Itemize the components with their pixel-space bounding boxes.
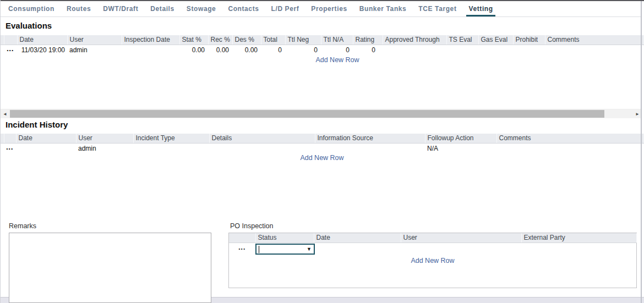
col-header-rating[interactable]: Rating: [353, 35, 383, 45]
cell-total: 0: [261, 45, 285, 56]
cell-details: [209, 143, 315, 154]
cell-rating: 0: [353, 45, 383, 56]
scroll-left-arrow-icon[interactable]: ◄: [1, 109, 9, 118]
remarks-textarea[interactable]: [9, 233, 211, 303]
col-header-date[interactable]: Date: [314, 233, 401, 243]
row-menu-icon[interactable]: •••: [229, 246, 255, 251]
status-dropdown[interactable]: ▼: [255, 244, 315, 255]
cell-information-source: [315, 143, 425, 154]
tab-consumption[interactable]: Consumption: [2, 1, 61, 16]
window-right-border: [641, 1, 642, 303]
evaluations-table-row: ••• 11/03/20 19:00 admin 0.00 0.00 0.00 …: [1, 45, 643, 56]
cell-stat-pct: 0.00: [179, 45, 208, 56]
col-header-date[interactable]: Date: [16, 134, 76, 143]
horizontal-scrollbar[interactable]: ◄ ►: [1, 109, 642, 118]
incident-table-row: ••• admin N/A: [1, 143, 643, 154]
col-header-inspection-date[interactable]: Inspection Date: [122, 35, 179, 45]
evaluations-header-row: Date User Inspection Date Stat % Rec % D…: [1, 35, 643, 45]
tab-tce-target[interactable]: TCE Target: [412, 1, 462, 16]
evaluations-grid: Date User Inspection Date Stat % Rec % D…: [1, 35, 644, 56]
tab-vetting-label: Vetting: [468, 5, 493, 13]
cell-ttl-na: 0: [321, 45, 353, 56]
col-header-details[interactable]: Details: [209, 134, 315, 143]
tab-routes[interactable]: Routes: [61, 1, 97, 16]
col-header-approved-through[interactable]: Approved Through: [383, 35, 446, 45]
text-cursor: [259, 246, 259, 253]
col-header-gas-eval[interactable]: Gas Eval: [478, 35, 513, 45]
col-header-prohibit[interactable]: Prohibit: [513, 35, 545, 45]
cell-gas-eval: [478, 45, 513, 56]
col-header-rowmenu: [4, 35, 17, 45]
cell-comments: [496, 143, 643, 154]
col-header-comments[interactable]: Comments: [545, 35, 643, 45]
po-inspection-grid: Status Date User External Party ••• ▼ Ad…: [228, 233, 637, 288]
tab-ld-perf[interactable]: L/D Perf: [265, 1, 305, 16]
tab-properties[interactable]: Properties: [305, 1, 353, 16]
window-top-border: [0, 0, 644, 1]
tab-bunker-tanks[interactable]: Bunker Tanks: [353, 1, 413, 16]
incident-add-new-row-link[interactable]: Add New Row: [1, 154, 643, 162]
evaluations-add-new-row-link[interactable]: Add New Row: [31, 56, 644, 64]
evaluations-section-title: Evaluations: [6, 21, 52, 30]
col-header-des-pct[interactable]: Des %: [232, 35, 261, 45]
incident-history-section-title: Incident History: [6, 120, 68, 129]
cell-date: [16, 143, 76, 154]
po-header-row: Status Date User External Party: [229, 233, 636, 243]
col-header-ttl-neg[interactable]: Ttl Neg: [285, 35, 321, 45]
incident-history-grid: Date User Incident Type Details Informat…: [1, 134, 644, 154]
col-header-information-source[interactable]: Information Source: [315, 134, 425, 143]
cell-user: admin: [76, 143, 133, 154]
col-header-comments[interactable]: Comments: [496, 134, 643, 143]
cell-comments: [545, 45, 643, 56]
cell-incident-type: [133, 143, 209, 154]
cell-user: admin: [67, 45, 122, 56]
cell-des-pct: 0.00: [232, 45, 261, 56]
col-header-user[interactable]: User: [67, 35, 122, 45]
tab-stowage[interactable]: Stowage: [181, 1, 222, 16]
col-header-total[interactable]: Total: [261, 35, 285, 45]
remarks-label: Remarks: [9, 222, 36, 230]
col-header-date[interactable]: Date: [17, 35, 67, 45]
tab-contacts[interactable]: Contacts: [222, 1, 265, 16]
col-header-incident-type[interactable]: Incident Type: [133, 134, 209, 143]
col-header-rowmenu: [4, 134, 16, 143]
po-add-new-row-link[interactable]: Add New Row: [229, 257, 636, 265]
cell-rec-pct: 0.00: [208, 45, 232, 56]
col-header-user[interactable]: User: [76, 134, 133, 143]
col-header-rec-pct[interactable]: Rec %: [208, 35, 232, 45]
col-header-status[interactable]: Status: [255, 233, 314, 243]
col-header-ttl-na[interactable]: Ttl N/A: [321, 35, 353, 45]
row-menu-icon[interactable]: •••: [4, 143, 16, 154]
cell-date: 11/03/20 19:00: [17, 45, 67, 56]
cell-prohibit: [513, 45, 545, 56]
col-header-stat-pct[interactable]: Stat %: [179, 35, 208, 45]
col-header-external-party[interactable]: External Party: [521, 233, 636, 243]
incident-header-row: Date User Incident Type Details Informat…: [1, 134, 643, 143]
tab-dwt-draft[interactable]: DWT/Draft: [97, 1, 144, 16]
cell-ts-eval: [446, 45, 478, 56]
cell-approved-through: [383, 45, 446, 56]
scrollbar-thumb[interactable]: [10, 110, 604, 118]
cell-ttl-neg: 0: [285, 45, 321, 56]
cell-inspection-date: [122, 45, 179, 56]
col-header-ts-eval[interactable]: TS Eval: [446, 35, 478, 45]
cell-followup-action: N/A: [425, 143, 496, 154]
tab-bar: Consumption Routes DWT/Draft Details Sto…: [1, 1, 641, 17]
row-menu-icon[interactable]: •••: [4, 45, 17, 56]
chevron-down-icon: ▼: [307, 247, 312, 252]
window-left-border: [0, 0, 1, 303]
active-tab-underline: [466, 15, 495, 16]
tab-details[interactable]: Details: [144, 1, 181, 16]
col-header-followup-action[interactable]: Followup Action: [425, 134, 496, 143]
tab-vetting[interactable]: Vetting: [462, 1, 499, 16]
col-header-rowmenu: [229, 233, 255, 243]
col-header-user[interactable]: User: [401, 233, 521, 243]
po-inspection-label: PO Inspection: [230, 222, 274, 230]
